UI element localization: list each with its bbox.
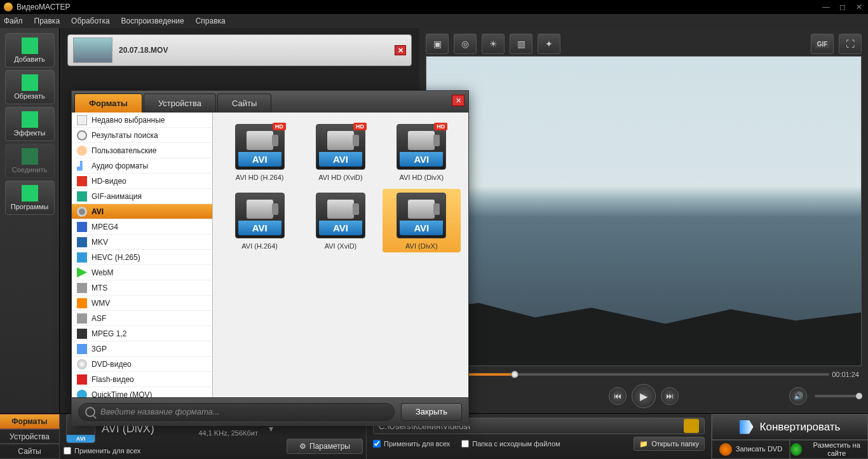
menu-2[interactable]: Обработка: [71, 17, 110, 25]
category-item-17[interactable]: Flash-видео: [72, 372, 212, 387]
camera-icon: [247, 200, 273, 219]
category-item-15[interactable]: 3GP: [72, 341, 212, 357]
format-item-2[interactable]: HDAVIAVI HD (DivX): [383, 120, 461, 184]
format-search-input[interactable]: Введите название формата...: [78, 403, 395, 421]
category-icon: [77, 161, 87, 171]
category-list: Недавно выбранныеРезультаты поискаПользо…: [72, 113, 213, 397]
speed-tool-icon[interactable]: ▥: [510, 34, 532, 54]
tool-join: Соединить: [5, 144, 55, 178]
params-button[interactable]: ⚙ Параметры: [287, 439, 363, 454]
menu-1[interactable]: Правка: [34, 17, 60, 25]
next-button[interactable]: ⏭: [661, 387, 679, 405]
gif-export-button[interactable]: GIF: [811, 34, 834, 54]
popup-close-button[interactable]: ✕: [452, 95, 465, 106]
popup-footer: Введите название формата... Закрыть: [72, 397, 468, 425]
open-folder-button[interactable]: 📁 Открыть папку: [634, 437, 705, 451]
menu-4[interactable]: Справка: [196, 17, 226, 25]
popup-close-large-button[interactable]: Закрыть: [401, 403, 462, 421]
bottom-tab-2[interactable]: Сайты: [0, 444, 60, 459]
bottom-tab-1[interactable]: Устройства: [0, 429, 60, 444]
menu-bar: ФайлПравкаОбработкаВоспроизведениеСправк…: [0, 14, 868, 28]
fullscreen-button[interactable]: ⛶: [839, 34, 862, 54]
popup-tabs: ФорматыУстройстваСайты✕: [72, 91, 468, 113]
format-item-4[interactable]: AVIAVI (XviD): [301, 189, 379, 252]
category-item-4[interactable]: HD-видео: [72, 174, 212, 189]
camera-icon: [408, 200, 435, 219]
tool-add[interactable]: Добавить: [5, 33, 55, 67]
tool-crop[interactable]: Обрезать: [5, 70, 55, 104]
brightness-tool-icon[interactable]: ☀: [482, 34, 505, 54]
left-toolstrip: ДобавитьОбрезатьЭффектыСоединитьПрограмм…: [0, 28, 60, 413]
category-item-5[interactable]: GIF-анимация: [72, 189, 212, 204]
format-item-5[interactable]: AVIAVI (DivX): [383, 189, 461, 252]
file-remove-button[interactable]: ✕: [395, 45, 406, 55]
maximize-button[interactable]: ◻: [837, 3, 848, 11]
category-icon: [77, 329, 87, 339]
tool-effects[interactable]: Эффекты: [5, 107, 55, 141]
menu-3[interactable]: Воспроизведение: [121, 17, 184, 25]
category-item-9[interactable]: HEVC (H.265): [72, 250, 212, 265]
video-preview[interactable]: [426, 56, 862, 366]
popup-tab-2[interactable]: Сайты: [217, 93, 271, 113]
category-item-18[interactable]: QuickTime (MOV): [72, 387, 212, 397]
category-item-6[interactable]: AVI: [72, 204, 212, 219]
publish-button[interactable]: Разместить на сайте: [790, 440, 868, 459]
format-item-3[interactable]: AVIAVI (H.264): [220, 189, 299, 252]
file-row[interactable]: 20.07.18.MOV ✕: [67, 34, 412, 66]
category-item-14[interactable]: MPEG 1,2: [72, 326, 212, 341]
seek-slider[interactable]: [426, 373, 829, 376]
join-icon: [22, 148, 38, 165]
category-icon: [77, 283, 87, 293]
category-icon: [77, 191, 87, 202]
dvd-icon: [719, 443, 732, 456]
category-item-8[interactable]: MKV: [72, 235, 212, 250]
category-item-0[interactable]: Недавно выбранные: [72, 113, 212, 128]
folder-icon: 📁: [639, 440, 648, 448]
popup-tab-1[interactable]: Устройства: [144, 93, 216, 113]
category-icon: [77, 374, 87, 385]
gear-icon: ⚙: [299, 442, 306, 451]
path-apply-all-checkbox[interactable]: Применить для всех: [373, 440, 450, 448]
preview-pane: ▣ ◎ ☀ ▥ ✦ GIF ⛶ 00:01:24 ⏮ ▶ ⏭ 🔊: [419, 28, 868, 413]
minimize-button[interactable]: —: [821, 3, 831, 11]
programs-icon: [22, 185, 38, 202]
apply-all-checkbox[interactable]: Применить для всех: [64, 447, 161, 455]
menu-0[interactable]: Файл: [4, 17, 23, 25]
bottom-tabs: ФорматыУстройстваСайты: [0, 414, 60, 459]
globe-icon: [790, 443, 802, 456]
camera-icon: [327, 200, 354, 219]
path-source-checkbox[interactable]: Папка с исходным файлом: [461, 440, 560, 448]
category-item-2[interactable]: Пользовательские: [72, 143, 212, 158]
close-window-button[interactable]: ✕: [854, 3, 864, 11]
crop-tool-icon[interactable]: ▣: [426, 34, 449, 54]
format-item-1[interactable]: HDAVIAVI HD (XviD): [301, 120, 379, 184]
convert-button[interactable]: Конвертировать: [712, 414, 868, 440]
title-bar: ВидеоМАСТЕР — ◻ ✕: [0, 0, 868, 14]
category-item-11[interactable]: MTS: [72, 280, 212, 296]
bottom-tab-0[interactable]: Форматы: [0, 414, 60, 429]
format-item-0[interactable]: HDAVIAVI HD (H.264): [220, 120, 299, 184]
category-icon: [77, 146, 87, 156]
effects-icon: [22, 111, 38, 128]
category-item-16[interactable]: DVD-видео: [72, 357, 212, 372]
category-item-12[interactable]: WMV: [72, 296, 212, 311]
category-item-1[interactable]: Результаты поиска: [72, 128, 212, 143]
browse-folder-button[interactable]: [684, 419, 699, 433]
volume-icon[interactable]: 🔊: [789, 387, 807, 405]
category-item-7[interactable]: MPEG4: [72, 219, 212, 235]
popup-tab-0[interactable]: Форматы: [74, 93, 142, 113]
tool-programs[interactable]: Программы: [5, 181, 55, 215]
category-item-10[interactable]: WebM: [72, 265, 212, 280]
app-icon: [4, 3, 13, 11]
file-name: 20.07.18.MOV: [119, 46, 168, 55]
category-item-3[interactable]: Аудио форматы: [72, 158, 212, 174]
prev-button[interactable]: ⏮: [609, 387, 627, 405]
volume-slider[interactable]: [815, 395, 859, 397]
enhance-tool-icon[interactable]: ✦: [538, 34, 560, 54]
category-item-13[interactable]: ASF: [72, 311, 212, 326]
rotate-tool-icon[interactable]: ◎: [454, 34, 477, 54]
preview-toolbar: ▣ ◎ ☀ ▥ ✦ GIF ⛶: [426, 32, 862, 56]
burn-dvd-button[interactable]: Записать DVD: [712, 440, 790, 459]
playback-controls: ⏮ ▶ ⏭ 🔊: [426, 383, 862, 409]
play-button[interactable]: ▶: [632, 384, 656, 408]
